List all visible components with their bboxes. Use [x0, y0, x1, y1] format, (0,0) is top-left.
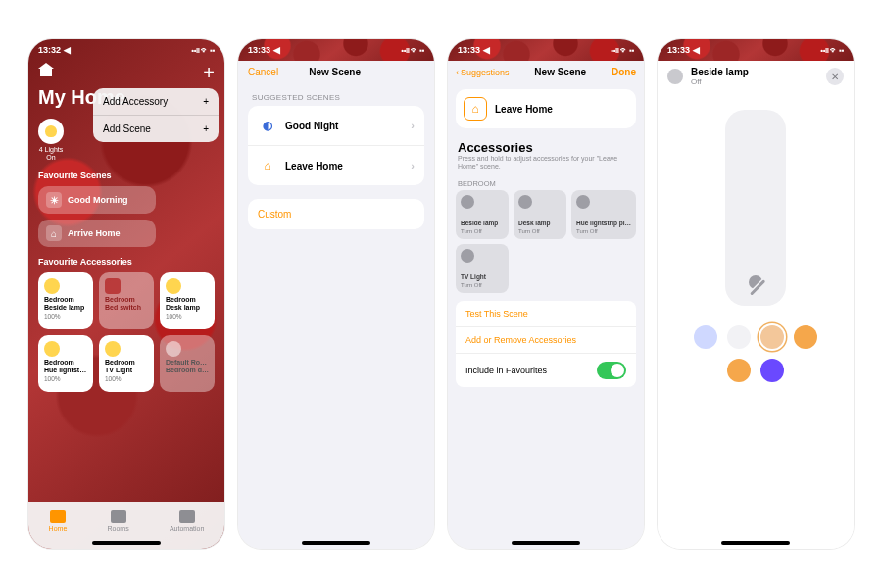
- switch-icon: [105, 278, 121, 294]
- nav-title: New Scene: [309, 67, 361, 77]
- bulb-icon: [576, 195, 590, 209]
- status-bar: 13:32 ◀ ••ll ᯤ ▪▪: [28, 39, 224, 61]
- swatch-5[interactable]: [727, 359, 751, 382]
- tile-desk-lamp[interactable]: Bedroom Desk lamp100%: [160, 272, 215, 329]
- close-button[interactable]: ✕: [826, 68, 844, 85]
- tab-automation[interactable]: Automation: [170, 510, 204, 532]
- screen-new-scene-list: 13:33 ◀ ••ll ᯤ ▪▪ Cancel New Scene SUGGE…: [238, 39, 434, 549]
- leave-home-icon: ⌂: [464, 97, 487, 121]
- add-button[interactable]: +: [203, 63, 215, 82]
- bulb-icon: [44, 341, 60, 357]
- favourites-toggle[interactable]: [597, 362, 626, 379]
- bulb-icon: [166, 341, 181, 357]
- suggested-list: ◐ Good Night › ⌂ Leave Home ›: [248, 106, 424, 185]
- color-swatches: [658, 306, 854, 382]
- rooms-icon: [111, 510, 126, 523]
- chevron-right-icon: ›: [411, 120, 415, 131]
- include-in-favourites-row: Include in Favourites: [456, 354, 636, 387]
- leave-home-icon: ⌂: [258, 156, 277, 175]
- screen-light-control: 13:33 ◀ ••ll ᯤ ▪▪ Beside lamp Off ✕: [658, 39, 854, 549]
- menu-add-scene[interactable]: Add Scene +: [93, 116, 219, 142]
- acc-desk-lamp[interactable]: Desk lampTurn Off: [514, 190, 566, 239]
- row-leave-home[interactable]: ⌂ Leave Home ›: [248, 146, 424, 185]
- home-icon[interactable]: [38, 63, 54, 76]
- swatch-6[interactable]: [760, 359, 784, 382]
- moon-icon: ◐: [258, 116, 277, 135]
- scene-card-leave-home[interactable]: ⌂ Leave Home: [456, 89, 636, 128]
- test-scene-button[interactable]: Test This Scene: [456, 301, 636, 327]
- custom-button[interactable]: Custom: [248, 199, 424, 229]
- bulb-icon: [518, 195, 532, 209]
- bulb-icon: [667, 69, 683, 84]
- fav-acc-header: Favourite Accessories: [38, 257, 215, 267]
- screen-home: 13:32 ◀ ••ll ᯤ ▪▪ + My Home Add Accessor…: [28, 39, 224, 549]
- plus-icon: +: [203, 123, 209, 134]
- acc-hue-lightstrip[interactable]: Hue lightstrip pl…Turn Off: [571, 190, 636, 239]
- nav-title: New Scene: [534, 67, 586, 77]
- tile-hue-lightstrip[interactable]: Bedroom Hue lightst…100%: [38, 335, 93, 392]
- chevron-left-icon: ‹: [456, 68, 459, 77]
- accessories-header: Accessories: [448, 134, 644, 155]
- home-indicator[interactable]: [302, 541, 370, 545]
- tile-bed-switch[interactable]: Bedroom Bed switch: [99, 272, 154, 329]
- back-button[interactable]: ‹Suggestions: [456, 68, 510, 77]
- brightness-slider[interactable]: [725, 110, 786, 306]
- chevron-right-icon: ›: [411, 160, 415, 172]
- bulb-icon: [461, 195, 474, 209]
- bulb-icon: [105, 341, 121, 357]
- plus-icon: +: [203, 96, 209, 107]
- status-indicators: ••ll ᯤ ▪▪: [401, 46, 424, 55]
- nav-bar: ‹Suggestions New Scene Done: [448, 61, 644, 83]
- sun-icon: ☀: [46, 192, 62, 208]
- bulb-icon: [44, 278, 60, 294]
- add-remove-accessories-button[interactable]: Add or Remove Accessories: [456, 327, 636, 354]
- done-button[interactable]: Done: [612, 67, 636, 77]
- tab-home[interactable]: Home: [49, 510, 68, 532]
- status-bar: 13:33 ◀ ••ll ᯤ ▪▪: [238, 39, 434, 61]
- swatch-3[interactable]: [760, 325, 784, 349]
- status-time: 13:32 ◀: [38, 45, 71, 55]
- home-indicator[interactable]: [92, 541, 161, 545]
- acc-tv-light[interactable]: TV LightTurn Off: [456, 244, 509, 293]
- home-indicator[interactable]: [721, 541, 790, 545]
- status-indicators: ••ll ᯤ ▪▪: [611, 46, 634, 55]
- accessory-grid: Beside lampTurn Off Desk lampTurn Off Hu…: [448, 190, 644, 293]
- scene-arrive-home[interactable]: ⌂ Arrive Home: [38, 220, 156, 247]
- lights-summary[interactable]: 4 Lights On: [38, 119, 64, 161]
- tile-tv-light[interactable]: Bedroom TV Light100%: [99, 335, 154, 392]
- suggested-header: SUGGESTED SCENES: [238, 83, 434, 106]
- home-icon: [50, 510, 66, 523]
- bulb-off-icon: [746, 272, 765, 292]
- sheet-header: Beside lamp Off ✕: [658, 61, 854, 92]
- acc-beside-lamp[interactable]: Beside lampTurn Off: [456, 190, 509, 239]
- bulb-icon: [45, 125, 57, 137]
- swatch-1[interactable]: [694, 325, 717, 349]
- status-time: 13:33 ◀: [667, 45, 700, 55]
- light-title: Beside lamp: [691, 67, 749, 77]
- row-good-night[interactable]: ◐ Good Night ›: [248, 106, 424, 146]
- cancel-button[interactable]: Cancel: [248, 67, 278, 77]
- accessories-subtext: Press and hold to adjust accessories for…: [448, 155, 644, 175]
- status-bar: 13:33 ◀ ••ll ᯤ ▪▪: [448, 39, 644, 61]
- home-indicator[interactable]: [512, 541, 580, 545]
- status-bar: 13:33 ◀ ••ll ᯤ ▪▪: [658, 39, 854, 61]
- scene-good-morning[interactable]: ☀ Good Morning: [38, 186, 156, 214]
- room-header: BEDROOM: [448, 175, 644, 190]
- status-time: 13:33 ◀: [458, 45, 490, 55]
- light-state: Off: [691, 77, 749, 86]
- accessory-grid: Bedroom Beside lamp100% Bedroom Bed swit…: [38, 272, 215, 392]
- tile-default-room[interactable]: Default Ro… Bedroom d…: [160, 335, 215, 392]
- status-indicators: ••ll ᯤ ▪▪: [191, 46, 215, 55]
- status-time: 13:33 ◀: [248, 45, 280, 55]
- tile-beside-lamp[interactable]: Bedroom Beside lamp100%: [38, 272, 93, 329]
- add-menu-popup: Add Accessory + Add Scene +: [93, 88, 219, 142]
- house-icon: ⌂: [46, 225, 62, 241]
- tab-rooms[interactable]: Rooms: [108, 510, 129, 532]
- automation-icon: [179, 510, 195, 523]
- swatch-4[interactable]: [794, 325, 817, 349]
- screen-accessories: 13:33 ◀ ••ll ᯤ ▪▪ ‹Suggestions New Scene…: [448, 39, 644, 549]
- bulb-icon: [166, 278, 181, 294]
- menu-add-accessory[interactable]: Add Accessory +: [93, 88, 219, 116]
- swatch-2[interactable]: [727, 325, 751, 349]
- nav-bar: Cancel New Scene: [238, 61, 434, 83]
